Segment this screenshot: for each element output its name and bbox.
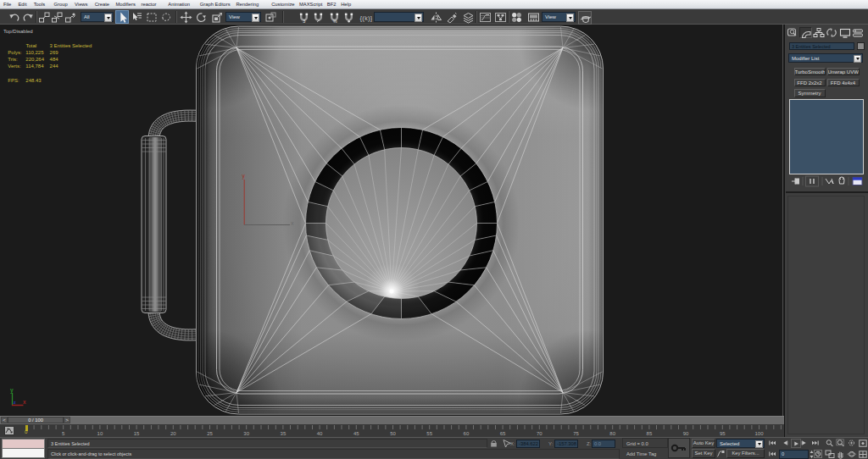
svg-text:5: 5: [62, 431, 65, 436]
svg-text:65: 65: [500, 431, 506, 436]
svg-text:15: 15: [134, 431, 140, 436]
svg-text:30: 30: [243, 431, 249, 436]
svg-text:60: 60: [464, 431, 470, 436]
svg-text:35: 35: [281, 431, 287, 436]
svg-text:3: 3: [303, 19, 305, 24]
svg-text:85: 85: [647, 431, 653, 436]
svg-text:%: %: [333, 19, 337, 24]
svg-text:90: 90: [683, 431, 689, 436]
svg-text:70: 70: [537, 431, 542, 436]
svg-text:z: z: [14, 400, 16, 405]
svg-text:80: 80: [609, 431, 615, 436]
svg-text:)}: )}: [368, 14, 372, 22]
svg-text:75: 75: [573, 431, 579, 436]
svg-text:25: 25: [207, 431, 213, 436]
svg-text:95: 95: [720, 431, 726, 436]
svg-text:40: 40: [317, 431, 323, 436]
svg-text:45: 45: [353, 431, 359, 436]
svg-text:y: y: [10, 387, 14, 394]
svg-text:20: 20: [170, 431, 176, 436]
svg-text:10: 10: [97, 431, 103, 436]
svg-text:x: x: [23, 399, 26, 405]
svg-text:x: x: [291, 220, 294, 226]
svg-text:55: 55: [426, 431, 432, 436]
svg-text:50: 50: [390, 431, 396, 436]
svg-text:100: 100: [754, 431, 764, 436]
